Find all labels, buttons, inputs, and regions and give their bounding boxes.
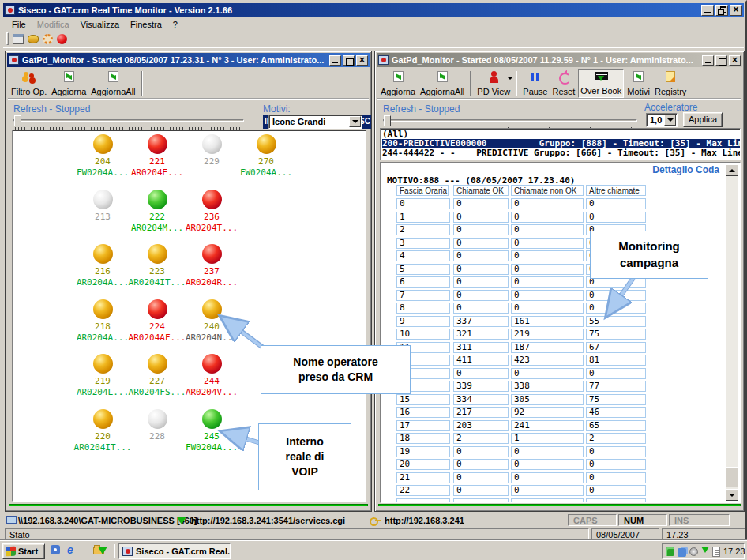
close-button[interactable] [729,55,741,66]
right-window-title: GatPd_Monitor - Started 08/05/2007 11.29… [392,55,693,65]
agent-status-ball[interactable] [93,354,113,374]
table-cell: 0 [586,446,646,457]
menu-help[interactable]: ? [167,19,183,30]
close-button[interactable] [356,55,368,66]
agent-status-ball[interactable] [93,134,113,154]
settings-gear-icon[interactable] [43,34,53,44]
database-icon[interactable] [28,35,39,43]
queue-row-1[interactable]: 200-PREDICTIVE000000 Gruppo: [888] - Tim… [382,139,740,148]
internet-explorer-icon[interactable]: e [67,545,73,555]
acceleratore-value: 1,0 [647,115,663,125]
minimize-button[interactable] [329,55,341,66]
agent-status-ball[interactable] [202,134,222,154]
toolbar-button-row: Aggiorna [51,87,86,96]
minimize-button[interactable] [702,55,714,66]
table-cell [586,498,646,504]
reset-button[interactable]: Reset [551,69,577,98]
aggiorna-button[interactable]: Aggiorna [379,69,417,98]
aggiornaall-button[interactable]: AggiornaAll [89,69,137,98]
table-cell: 77 [586,381,646,392]
gat-green-triangle-icon[interactable] [98,547,107,559]
tray-gat-icon[interactable] [701,547,709,557]
acceleratore-combobox[interactable]: 1,0 [646,113,678,127]
restore-button[interactable] [715,5,728,16]
scroll-up-icon[interactable] [726,164,738,176]
chevron-down-icon[interactable] [664,115,676,126]
table-cell: 305 [511,394,584,405]
toolbar-button-label: AggiornaAll [91,87,135,96]
table-cell: 241 [511,420,584,431]
quicklaunch-app-icon[interactable] [51,545,60,554]
agent-status-ball[interactable] [257,134,276,154]
table-cell: 17 [396,420,450,431]
tray-green-icon[interactable] [666,547,674,556]
filtro-op-button[interactable]: Filtro Op. [9,69,48,98]
table-cell: 67 [586,342,646,353]
agent-status-ball[interactable] [202,299,222,319]
aggiornaall-button[interactable]: AggiornaAll [419,69,466,98]
header-cell: Chiamate OK [453,185,509,196]
agent-status-ball[interactable] [148,244,167,264]
agent-item: 218AR0204A... [71,299,134,343]
table-cell: 75 [586,329,646,340]
agent-status-ball[interactable] [202,409,222,429]
over-book-button[interactable]: Over Book [578,69,624,98]
menu-file[interactable]: File [6,19,32,30]
agent-status-ball[interactable] [148,354,167,374]
new-window-icon[interactable] [13,34,24,44]
view-mode-combobox[interactable]: Icone Grandi [268,115,362,129]
operators-icon [23,71,36,83]
active-task-button[interactable]: Siseco - GAT.crm Real... [118,543,231,559]
agent-status-ball[interactable] [202,190,222,209]
maximize-button[interactable] [715,55,727,66]
toolbar-handle[interactable] [6,32,9,45]
pd-view-button[interactable]: PD View [475,69,512,98]
agent-status-ball[interactable] [93,244,113,264]
maximize-button[interactable] [343,55,355,66]
volume-icon[interactable] [689,547,698,556]
queue-row-2[interactable]: 244-444422 - - PREDICTIVE Gruppo: [666] … [382,148,740,158]
agent-name: AR0204FS... [126,387,189,397]
agent-status-ball[interactable] [148,190,167,209]
agent-status-ball[interactable] [93,409,113,429]
agent-item: 240AR0204N... [180,299,243,343]
agent-status-ball[interactable] [202,244,222,264]
agent-status-ball[interactable] [93,190,113,209]
start-button[interactable]: Start [2,543,45,559]
table-cell [511,498,584,504]
scroll-down-icon[interactable] [726,489,738,501]
applica-button[interactable]: Applica [683,112,723,127]
chevron-down-icon[interactable] [507,77,513,83]
agent-status-ball[interactable] [148,299,167,319]
tray-notepad-icon[interactable] [712,547,720,557]
queue-row-0[interactable]: (All) [382,130,740,139]
close-button[interactable] [730,5,742,16]
tray-network-icon[interactable] [678,548,686,557]
computer-icon [6,516,16,525]
refresh-speed-slider[interactable] [13,115,244,130]
table-cell [396,498,450,504]
pause-button[interactable]: Pause [521,69,549,98]
agent-status-ball[interactable] [148,134,167,154]
agent-status-ball[interactable] [93,299,113,319]
chevron-down-icon[interactable] [349,116,361,127]
minimize-button[interactable] [701,5,714,16]
aggiorna-button[interactable]: Aggiorna [50,69,88,98]
table-cell: 15 [396,394,450,405]
slider-thumb[interactable] [14,115,21,126]
scrollbar-thumb[interactable] [726,467,738,487]
agent-status-ball[interactable] [148,409,167,429]
menu-visualizza[interactable]: Visualizza [75,19,125,30]
registry-button[interactable]: Registry [653,69,688,98]
stop-ball-icon[interactable] [57,34,67,44]
menu-finestra[interactable]: Finestra [125,19,167,30]
agent-extension: 213 [71,212,134,222]
vertical-scrollbar[interactable] [726,164,738,501]
motivi-button[interactable]: Motivi [625,69,651,98]
slider-thumb[interactable] [384,115,391,126]
table-cell: 0 [511,472,584,483]
table-cell: 2 [453,433,509,444]
dettaglio-coda-link[interactable]: Dettaglio Coda [652,164,719,175]
agent-item: 222AR0204M... [126,190,189,233]
agent-status-ball[interactable] [202,354,222,374]
